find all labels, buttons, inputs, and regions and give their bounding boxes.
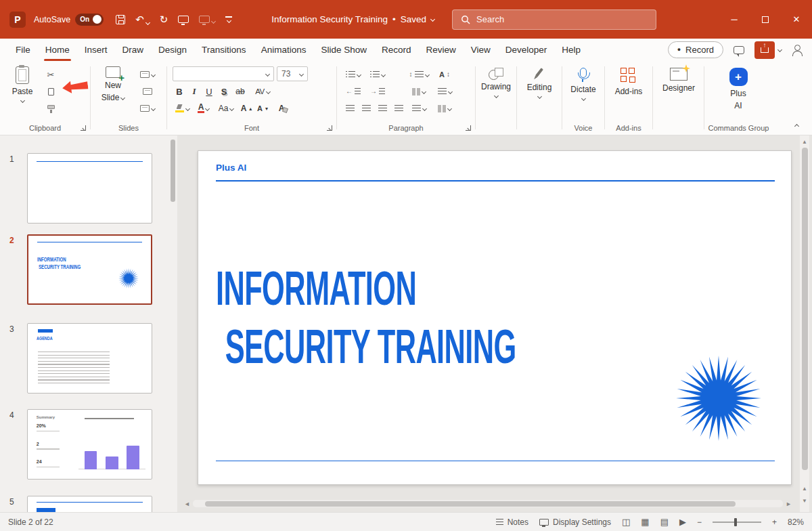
scrollbar-track[interactable] xyxy=(193,500,783,507)
cut-button[interactable]: ✂ xyxy=(42,66,60,83)
align-text-button[interactable] xyxy=(407,100,430,116)
align-center-button[interactable] xyxy=(359,100,374,116)
tab-draw[interactable]: Draw xyxy=(115,39,152,61)
share-dropdown-chevron-icon[interactable] xyxy=(777,47,782,52)
change-case-button[interactable]: Aa xyxy=(216,101,236,116)
line-spacing-button[interactable]: ↕ xyxy=(407,66,430,83)
share-button[interactable] xyxy=(754,41,775,59)
section-button[interactable] xyxy=(135,100,160,116)
tab-design[interactable]: Design xyxy=(151,39,194,61)
normal-view-button[interactable]: ◫ xyxy=(622,517,630,527)
increase-indent-button[interactable]: → xyxy=(367,83,388,100)
strikethrough-button[interactable]: ab xyxy=(232,84,248,99)
text-shadow-button[interactable]: S xyxy=(217,84,231,99)
powerpoint-logo-icon[interactable]: P xyxy=(9,12,26,28)
tab-view[interactable]: View xyxy=(464,39,498,61)
copy-button[interactable] xyxy=(42,83,60,100)
tab-file[interactable]: File xyxy=(8,39,38,61)
tab-record[interactable]: Record xyxy=(374,39,419,61)
decrease-indent-button[interactable]: ← xyxy=(342,83,364,100)
character-spacing-button[interactable]: AV xyxy=(251,84,274,99)
sort-button[interactable]: A↕ xyxy=(433,66,456,83)
zoom-slider-th[interactable] xyxy=(734,518,737,526)
redo-button[interactable]: ↻ xyxy=(160,14,168,24)
slide-editor[interactable]: Plus AI INFORMATION SECURITY TRAINING xyxy=(198,150,792,485)
thumbnail-panel-scrollbar[interactable] xyxy=(170,138,176,509)
zoom-in-button[interactable]: + xyxy=(772,517,777,527)
clipboard-dialog-launcher[interactable] xyxy=(81,125,86,131)
comments-button[interactable] xyxy=(734,46,744,54)
tab-insert[interactable]: Insert xyxy=(77,39,115,61)
tab-animations[interactable]: Animations xyxy=(254,39,314,61)
plus-ai-button[interactable]: + Plus AI xyxy=(721,68,756,110)
zoom-slider[interactable] xyxy=(713,522,761,523)
font-color-button[interactable]: A xyxy=(194,101,213,116)
slide-2-thumbnail[interactable]: INFORMATION SECURITY TRAINING xyxy=(27,234,152,305)
account-icon[interactable] xyxy=(792,45,803,55)
underline-button[interactable]: U xyxy=(202,84,216,99)
search-input[interactable]: Search xyxy=(452,9,656,30)
save-button[interactable] xyxy=(116,15,125,24)
scrollbar-thumb[interactable] xyxy=(171,140,175,202)
columns-button[interactable] xyxy=(407,83,430,100)
scroll-right-arrow[interactable]: ► xyxy=(786,501,792,507)
scrollbar-thumb[interactable] xyxy=(205,501,736,507)
grow-font-button[interactable]: A▴ xyxy=(239,101,254,116)
tab-review[interactable]: Review xyxy=(419,39,464,61)
maximize-button[interactable] xyxy=(750,0,781,39)
slide-3-thumbnail[interactable]: AGENDA xyxy=(27,323,152,394)
vertical-scrollbar[interactable]: ▲ ▲ ▼ xyxy=(800,135,809,512)
customize-toolbar-button[interactable] xyxy=(225,16,232,22)
tab-home[interactable]: Home xyxy=(38,39,77,61)
editing-button[interactable]: Editing xyxy=(522,68,557,98)
slide-title-textbox[interactable]: INFORMATION SECURITY TRAINING xyxy=(216,259,516,376)
italic-button[interactable]: I xyxy=(187,84,201,99)
slide-1-thumbnail[interactable] xyxy=(27,153,152,224)
scrollbar-thumb[interactable] xyxy=(802,148,808,470)
tab-transitions[interactable]: Transitions xyxy=(194,39,254,61)
collapse-ribbon-button[interactable] xyxy=(794,124,799,129)
pointer-mode-button[interactable] xyxy=(199,16,215,23)
horizontal-scrollbar[interactable]: ◄ ► xyxy=(184,499,792,508)
slide-4-thumbnail[interactable]: Summary 20% 2 24 xyxy=(27,409,152,480)
dictate-button[interactable]: Dictate xyxy=(566,68,601,100)
slideshow-button[interactable]: ▶ xyxy=(679,517,686,527)
align-left-button[interactable] xyxy=(342,100,357,116)
slide-5-thumbnail[interactable] xyxy=(27,496,152,512)
font-dialog-launcher[interactable] xyxy=(327,125,332,131)
convert-smartart-button[interactable] xyxy=(433,100,456,116)
bold-button[interactable]: B xyxy=(173,84,186,99)
format-painter-button[interactable] xyxy=(42,100,60,116)
bullets-button[interactable] xyxy=(342,66,364,83)
scroll-up-arrow[interactable]: ▲ xyxy=(800,139,809,145)
font-name-combo[interactable] xyxy=(173,66,274,81)
reset-button[interactable] xyxy=(135,83,160,100)
shrink-font-button[interactable]: A▾ xyxy=(255,101,270,116)
scroll-left-arrow[interactable]: ◄ xyxy=(184,501,190,507)
numbering-button[interactable] xyxy=(367,66,388,83)
zoom-level[interactable]: 82% xyxy=(788,517,804,527)
font-size-combo[interactable]: 73 xyxy=(277,66,308,81)
reading-view-button[interactable]: ▤ xyxy=(660,517,669,527)
highlight-button[interactable] xyxy=(173,101,191,116)
zoom-out-button[interactable]: − xyxy=(697,517,702,527)
tab-help[interactable]: Help xyxy=(554,39,588,61)
slide-sorter-button[interactable]: ▦ xyxy=(641,517,649,527)
notes-button[interactable]: Notes xyxy=(496,517,528,527)
drawing-button[interactable]: Drawing xyxy=(478,68,514,98)
addins-button[interactable]: Add-ins xyxy=(610,68,648,96)
justify-button[interactable] xyxy=(391,100,406,116)
slide-brand-text[interactable]: Plus AI xyxy=(216,163,246,173)
minimize-button[interactable]: ─ xyxy=(719,0,750,39)
previous-slide-button[interactable]: ▲ xyxy=(800,486,809,492)
clear-formatting-button[interactable]: A xyxy=(273,101,290,116)
autosave-toggle[interactable]: On xyxy=(75,14,104,26)
undo-button[interactable]: ↶ xyxy=(135,14,150,24)
tab-developer[interactable]: Developer xyxy=(498,39,555,61)
tab-slide-show[interactable]: Slide Show xyxy=(313,39,374,61)
layout-button[interactable] xyxy=(135,66,160,83)
paragraph-dialog-launcher[interactable] xyxy=(466,125,471,131)
new-slide-button[interactable]: New Slide xyxy=(96,66,130,102)
paste-button[interactable]: Paste xyxy=(7,66,38,102)
next-slide-button[interactable]: ▼ xyxy=(800,498,809,504)
